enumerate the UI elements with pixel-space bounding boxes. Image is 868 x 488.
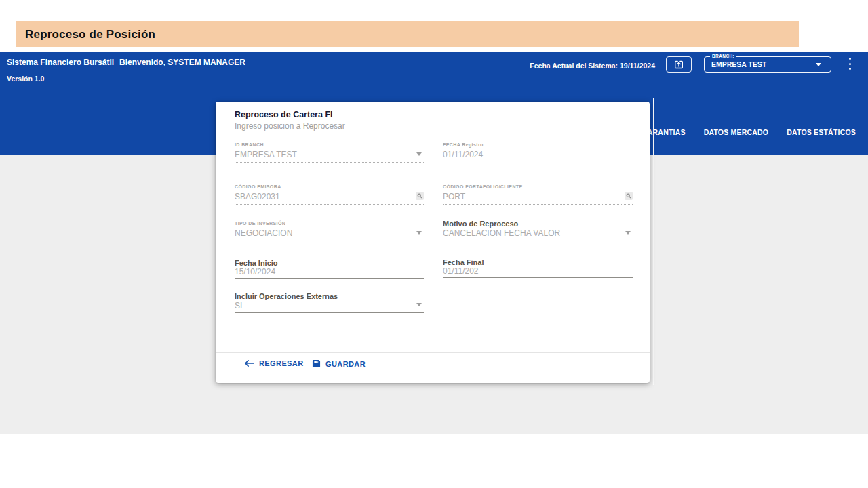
codigo-portafolio-search-button[interactable] [625,192,633,200]
save-button-label: GUARDAR [326,360,366,368]
fecha-registro-label: FECHA Registro [443,142,633,148]
version-text: Versión 1.0 [7,75,44,83]
motivo-reproceso-label: Motivo de Reproceso [443,220,633,228]
codigo-emisora-field[interactable]: CÓDIGO EMISORA SBAG02031 [235,184,424,205]
kebab-dot [849,58,851,60]
dialog-footer-divider [216,352,650,353]
back-button-label: REGRESAR [259,359,304,367]
menu-item-datos-estaticos[interactable]: DATOS ESTÁTICOS [787,128,856,136]
welcome-text: Bienvenido, SYSTEM MANAGER [119,58,245,67]
codigo-emisora-value: SBAG02031 [235,192,424,201]
search-icon [626,193,631,199]
save-button[interactable]: GUARDAR [312,359,366,368]
kebab-dot [849,68,851,70]
fecha-final-value: 01/11/202 [443,266,633,276]
branch-select[interactable]: BRANCH: EMPRESA TEST [704,56,831,73]
kebab-menu-button[interactable] [846,58,853,70]
chevron-down-icon [816,63,821,66]
search-icon [417,193,422,199]
empty-field[interactable] [443,310,633,310]
panel-edge-line [653,98,654,385]
save-icon [312,359,321,368]
fecha-registro-field[interactable]: FECHA Registro 01/11/2024 [443,142,633,171]
system-date: Fecha Actual del Sistema: 19/11/2024 [475,62,655,70]
arrow-left-icon [244,359,254,367]
chevron-down-icon [625,231,631,235]
app-title: Sistema Financiero Bursátil [7,58,114,67]
open-window-button[interactable] [666,56,692,73]
codigo-portafolio-label: CÓDIGO PORTAFOLIO/CLIENTE [443,184,633,190]
dialog-title: Reproceso de Cartera FI [235,110,333,119]
fecha-inicio-label: Fecha Inicio [235,259,424,267]
tipo-inversion-label: TIPO DE INVERSIÓN [235,220,424,226]
id-branch-label: ID BRANCH [235,142,424,148]
codigo-emisora-search-button[interactable] [416,192,424,200]
page-title-bar: Reproceso de Posición [16,21,799,47]
fecha-final-label: Fecha Final [443,258,633,266]
fecha-inicio-value: 15/10/2024 [235,267,424,277]
branch-select-value: EMPRESA TEST [711,60,766,68]
codigo-emisora-label: CÓDIGO EMISORA [235,184,424,190]
codigo-portafolio-field[interactable]: CÓDIGO PORTAFOLIO/CLIENTE PORT [443,184,633,205]
motivo-reproceso-value: CANCELACION FECHA VALOR [443,228,633,238]
chevron-down-icon [416,152,422,156]
fecha-inicio-field[interactable]: Fecha Inicio 15/10/2024 [235,259,424,279]
fecha-final-field[interactable]: Fecha Final 01/11/202 [443,258,633,278]
menu-item-datos-mercado[interactable]: DATOS MERCADO [704,128,769,136]
dialog-subtitle: Ingreso posicion a Reprocesar [235,121,345,131]
fecha-registro-value: 01/11/2024 [443,150,633,159]
kebab-dot [849,63,851,65]
branch-select-label: BRANCH: [710,54,736,58]
incluir-operaciones-value: SI [235,301,424,310]
incluir-operaciones-label: Incluir Operaciones Externas [235,292,424,300]
tipo-inversion-select[interactable]: TIPO DE INVERSIÓN NEGOCIACION [235,220,424,241]
id-branch-select[interactable]: ID BRANCH EMPRESA TEST [235,142,424,163]
tipo-inversion-value: NEGOCIACION [235,228,424,238]
id-branch-value: EMPRESA TEST [235,150,424,159]
back-button[interactable]: REGRESAR [244,359,304,367]
reproceso-dialog: Reproceso de Cartera FI Ingreso posicion… [216,102,650,383]
page-title: Reproceso de Posición [25,28,155,41]
motivo-reproceso-select[interactable]: Motivo de Reproceso CANCELACION FECHA VA… [443,220,633,241]
incluir-operaciones-select[interactable]: Incluir Operaciones Externas SI [235,292,424,313]
codigo-portafolio-value: PORT [443,192,633,201]
chevron-down-icon [416,303,422,306]
chevron-down-icon [416,231,422,235]
open-window-icon [673,60,684,70]
